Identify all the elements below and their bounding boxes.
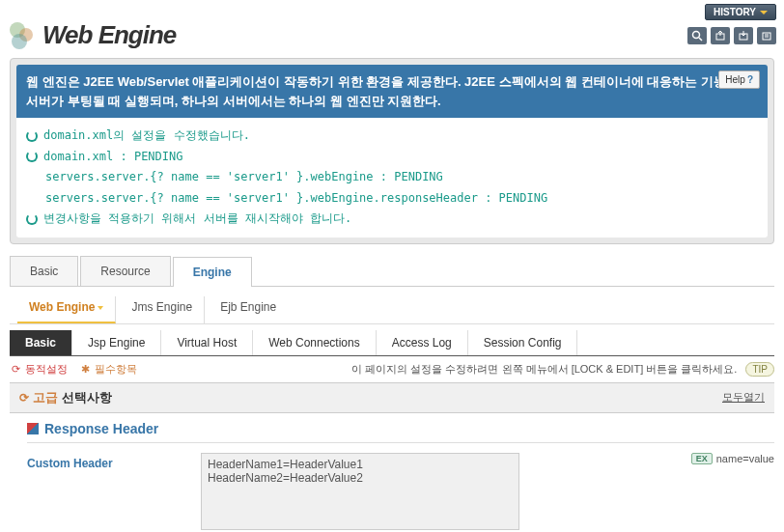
sync-icon: ⟳ [10,363,21,375]
subtab-jms-engine[interactable]: Jms Engine [120,296,205,323]
darktab-virtual-host[interactable]: Virtual Host [161,330,253,355]
chevron-down-icon [760,11,768,14]
question-icon: ? [747,74,753,85]
sync-icon: ⟳ [19,391,29,405]
search-icon[interactable] [687,27,707,44]
refresh-icon [26,151,38,162]
darktab-jsp-engine[interactable]: Jsp Engine [72,330,161,355]
history-label: HISTORY [714,7,756,17]
page-title: Web Engine [42,20,176,50]
field-label-custom-header: Custom Header [27,453,191,470]
import-icon[interactable] [734,27,753,44]
tip-badge: TIP [745,362,774,377]
section-title: ⟳ 고급 선택사항 [19,389,112,406]
subtab-ejb-engine[interactable]: Ejb Engine [209,296,288,323]
description-box: 웹 엔진은 J2EE Web/Servlet 애플리케이션이 작동하기 위한 환… [16,65,768,118]
refresh-icon [26,130,38,142]
darktab-access-log[interactable]: Access Log [377,330,468,355]
chevron-down-icon [98,306,103,310]
custom-header-textarea[interactable] [201,453,519,530]
help-button[interactable]: Help? [718,70,760,89]
tab-engine[interactable]: Engine [173,257,252,287]
darktab-web-connections[interactable]: Web Connections [253,330,377,355]
settings-icon[interactable] [757,27,776,44]
logo-icon [10,22,37,49]
example-badge: EX [691,453,713,464]
panel-icon [27,423,39,434]
legend-dynamic: ⟳동적설정 [10,362,68,377]
legend-required: ✱필수항목 [79,362,137,377]
pending-messages: domain.xml의 설정을 수정했습니다. domain.xml : PEN… [16,118,768,238]
tip-message: 이 페이지의 설정을 수정하려면 왼쪽 메뉴에서 [LOCK & EDIT] 버… [351,362,774,377]
description-text: 웹 엔진은 J2EE Web/Servlet 애플리케이션이 작동하기 위한 환… [26,74,755,108]
subtab-web-engine[interactable]: Web Engine [17,296,116,323]
darktab-session-config[interactable]: Session Config [468,330,578,355]
field-example: EX name=value [691,453,774,464]
tab-basic[interactable]: Basic [10,256,78,286]
export-icon[interactable] [711,27,730,44]
tab-resource[interactable]: Resource [80,256,170,286]
history-button[interactable]: HISTORY [705,4,776,20]
svg-point-0 [693,31,700,38]
svg-line-1 [699,38,702,41]
star-icon: ✱ [79,363,91,375]
darktab-basic[interactable]: Basic [10,330,72,355]
refresh-icon [26,213,38,225]
open-all-link[interactable]: 모두열기 [722,390,765,405]
panel-title: Response Header [27,421,774,443]
page-logo: Web Engine [10,20,176,50]
